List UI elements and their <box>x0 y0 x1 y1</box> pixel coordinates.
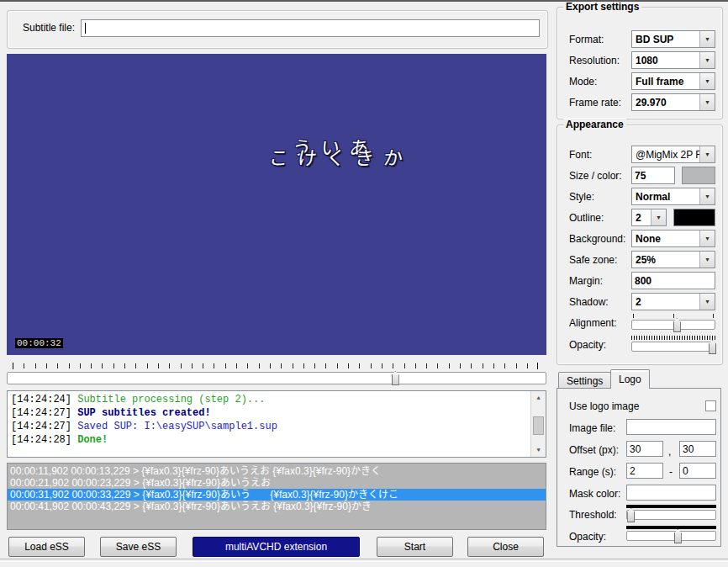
subtitle-file-label: Subtitle file: <box>23 22 75 34</box>
resolution-label: Resolution: <box>569 55 620 66</box>
shadow-select[interactable]: 2 ▼ <box>631 293 715 310</box>
safe-zone-label: Safe zone: <box>569 254 617 266</box>
scroll-up-icon[interactable]: ▲ <box>531 391 546 405</box>
logo-opacity-ticks <box>626 526 716 529</box>
offset-label: Offset (px): <box>569 444 619 456</box>
subtitle-list-row-selected[interactable]: 00:00:31,902 00:00:33,229 > {¥fax0.3}{¥f… <box>8 489 546 501</box>
tab-settings[interactable]: Settings <box>558 372 611 389</box>
outline-label: Outline: <box>569 212 604 224</box>
chevron-down-icon[interactable]: ▼ <box>699 188 715 204</box>
background-select[interactable]: None ▼ <box>631 230 715 247</box>
chevron-down-icon[interactable]: ▼ <box>651 209 666 225</box>
size-input[interactable]: 75 <box>631 167 675 184</box>
style-select[interactable]: Normal ▼ <box>631 188 715 205</box>
chevron-down-icon[interactable]: ▼ <box>699 73 715 89</box>
chevron-down-icon[interactable]: ▼ <box>699 231 715 246</box>
threshold-ticks <box>626 505 716 508</box>
range-separator: - <box>669 466 673 478</box>
threshold-label: Threshold: <box>569 509 617 521</box>
offset-y-input[interactable]: 30 <box>679 441 716 457</box>
chevron-down-icon[interactable]: ▼ <box>699 94 715 110</box>
resolution-select[interactable]: 1080 ▼ <box>631 51 715 69</box>
start-button[interactable]: Start <box>377 537 453 557</box>
background-label: Background: <box>569 233 625 245</box>
log-line: [14:24:27] Saved SUP: I:\easySUP\sample1… <box>11 420 542 433</box>
save-ess-button[interactable]: Save eSS <box>100 537 177 557</box>
opacity-ticks <box>631 336 715 340</box>
mode-label: Mode: <box>569 76 597 87</box>
range-from-input[interactable]: 2 <box>626 463 663 479</box>
text-color-swatch[interactable] <box>682 167 715 184</box>
format-select[interactable]: BD SUP ▼ <box>631 30 715 48</box>
mask-color-input[interactable] <box>626 485 716 501</box>
multiavchd-extension-button[interactable]: multiAVCHD extension <box>193 537 360 557</box>
safe-zone-select[interactable]: 25% ▼ <box>631 251 715 268</box>
margin-label: Margin: <box>569 275 603 287</box>
use-logo-image-label: Use logo image <box>569 400 639 412</box>
preview-timestamp: 00:00:32 <box>15 338 63 348</box>
use-logo-image-checkbox[interactable] <box>705 400 716 411</box>
chevron-down-icon[interactable]: ▼ <box>699 31 715 47</box>
export-settings-title: Export settings <box>563 1 641 13</box>
alignment-slider[interactable] <box>631 320 715 330</box>
range-to-input[interactable]: 0 <box>679 463 716 479</box>
image-file-label: Image file: <box>569 422 615 434</box>
outline-color-swatch[interactable] <box>673 209 715 226</box>
mask-color-label: Mask color: <box>569 488 620 500</box>
opacity-slider-thumb[interactable] <box>709 340 716 354</box>
text-cursor <box>85 23 86 34</box>
timeline-slider-thumb[interactable] <box>392 371 399 385</box>
opacity-label: Opacity: <box>569 339 606 351</box>
subtitle-preview[interactable]: あいう かきくけこ 00:00:32 <box>7 54 546 355</box>
mode-select[interactable]: Full frame ▼ <box>631 72 715 90</box>
timeline-slider[interactable] <box>7 372 546 384</box>
size-color-label: Size / color: <box>569 170 622 182</box>
subtitle-list-row[interactable]: 00:00:41,902 00:00:43,229 > {¥fax0.3}{¥f… <box>8 501 546 512</box>
scroll-down-icon[interactable]: ▼ <box>531 443 546 457</box>
logo-opacity-slider-thumb[interactable] <box>674 529 682 543</box>
logo-opacity-slider[interactable] <box>626 531 716 541</box>
preview-text-column-2: かきくけこ <box>261 148 407 168</box>
subtitle-file-group: Subtitle file: <box>7 10 548 49</box>
frame-rate-select[interactable]: 29.970 ▼ <box>631 93 715 111</box>
close-button[interactable]: Close <box>467 537 544 557</box>
log-output[interactable]: [14:24:24] Subtitle processing (step 2).… <box>7 390 546 458</box>
subtitle-file-input[interactable] <box>81 19 540 37</box>
appearance-group: Appearance Font: @MigMix 2P Reg ▼ Size /… <box>557 125 723 365</box>
logo-tab-panel: Use logo image Image file: Offset (px): … <box>557 388 721 547</box>
threshold-slider[interactable] <box>626 510 716 520</box>
alignment-label: Alignment: <box>569 317 617 329</box>
timeline-ruler <box>13 363 538 368</box>
offset-separator: , <box>668 446 671 458</box>
image-file-input[interactable] <box>626 419 716 435</box>
frame-rate-label: Frame rate: <box>569 97 621 109</box>
log-scrollbar[interactable]: ▲ ▼ <box>530 391 546 457</box>
load-ess-button[interactable]: Load eSS <box>8 537 85 557</box>
threshold-slider-thumb[interactable] <box>627 508 635 522</box>
subtitle-list-row[interactable]: 00:00:21,902 00:00:23,229 > {¥fax0.3}{¥f… <box>8 477 546 489</box>
font-label: Font: <box>569 149 592 161</box>
log-line: [14:24:27] SUP subtitles created! <box>11 406 542 420</box>
chevron-down-icon[interactable]: ▼ <box>699 146 715 162</box>
bottom-separator <box>0 559 728 562</box>
log-scrollbar-thumb[interactable] <box>533 416 544 435</box>
range-label: Range (s): <box>569 466 616 478</box>
opacity-slider[interactable] <box>631 342 715 352</box>
chevron-down-icon[interactable]: ▼ <box>699 252 715 268</box>
chevron-down-icon[interactable]: ▼ <box>699 52 715 68</box>
logo-opacity-label: Opacity: <box>569 531 606 543</box>
margin-input[interactable]: 800 <box>631 272 715 289</box>
chevron-down-icon[interactable]: ▼ <box>699 294 715 310</box>
outline-select[interactable]: 2 ▼ <box>631 209 667 226</box>
alignment-ticks <box>631 314 715 318</box>
tab-logo[interactable]: Logo <box>610 369 650 389</box>
alignment-slider-thumb[interactable] <box>673 318 681 332</box>
subtitle-list[interactable]: 00:00:11,902 00:00:13,229 > {¥fax0.3}{¥f… <box>7 463 546 530</box>
shadow-label: Shadow: <box>569 296 609 308</box>
style-label: Style: <box>569 191 594 203</box>
appearance-title: Appearance <box>563 119 626 130</box>
subtitle-list-row[interactable]: 00:00:11,902 00:00:13,229 > {¥fax0.3}{¥f… <box>8 465 546 477</box>
offset-x-input[interactable]: 30 <box>626 441 663 457</box>
font-select[interactable]: @MigMix 2P Reg ▼ <box>631 146 715 163</box>
format-label: Format: <box>569 34 604 45</box>
